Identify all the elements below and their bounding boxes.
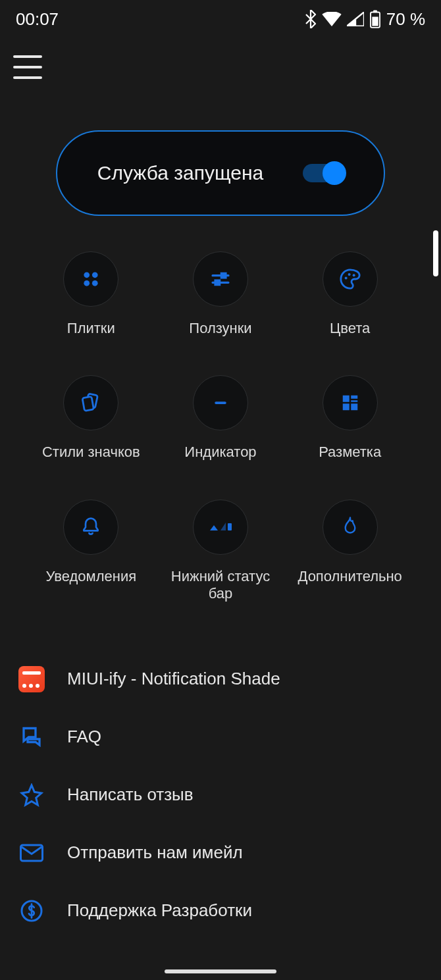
list-label: FAQ: [67, 727, 101, 747]
svg-point-11: [352, 274, 355, 276]
tile-sliders[interactable]: Ползунки: [156, 251, 286, 337]
links-list: MIUI-ify - Notification Shade FAQ Написа…: [0, 650, 441, 940]
signal-icon: [347, 12, 364, 26]
tile-label: Плитки: [67, 320, 115, 337]
menu-button[interactable]: [13, 55, 42, 79]
svg-rect-13: [82, 397, 93, 411]
status-icons: 70 %: [305, 9, 425, 30]
tile-circle: [323, 500, 378, 555]
svg-rect-7: [221, 273, 226, 278]
tile-circle: [193, 375, 248, 430]
sliders-icon: [210, 269, 231, 290]
list-item-support[interactable]: Поддержка Разработки: [0, 882, 441, 940]
tile-label: Уведомления: [46, 568, 137, 585]
settings-grid: Плитки Ползунки Цвета Стили значков Инди…: [26, 251, 415, 603]
fire-icon: [340, 516, 360, 538]
battery-percent: 70 %: [386, 9, 425, 30]
tile-circle: [63, 251, 118, 307]
svg-rect-8: [215, 280, 220, 285]
list-label: Поддержка Разработки: [67, 900, 252, 921]
tile-circle: [193, 500, 248, 555]
tile-label: Индикатор: [184, 444, 256, 461]
svg-rect-17: [351, 401, 357, 403]
tile-notifications[interactable]: Уведомления: [26, 500, 156, 603]
tile-circle: [63, 500, 118, 555]
list-label: MIUI-ify - Notification Shade: [67, 669, 280, 689]
list-item-email[interactable]: Отправить нам имейл: [0, 824, 441, 882]
svg-rect-18: [342, 404, 349, 411]
style-icon: [80, 392, 102, 414]
svg-rect-2: [372, 17, 378, 26]
bell-icon: [80, 517, 101, 538]
list-label: Отправить нам имейл: [67, 842, 243, 863]
svg-rect-1: [373, 11, 377, 13]
scroll-indicator[interactable]: [433, 230, 438, 276]
app-icon: [18, 666, 45, 692]
tile-bottom-status-bar[interactable]: Нижний статус бар: [156, 500, 286, 603]
wifi-icon: [322, 12, 342, 26]
status-bar-icon: [207, 520, 234, 534]
tile-circle: [323, 375, 378, 430]
tile-label: Ползунки: [189, 320, 251, 337]
battery-icon: [369, 10, 381, 28]
tile-icon-styles[interactable]: Стили значков: [26, 375, 156, 461]
svg-point-3: [84, 272, 90, 278]
svg-rect-16: [351, 396, 357, 399]
svg-point-5: [84, 280, 90, 286]
tile-layout[interactable]: Разметка: [285, 375, 415, 461]
grid-dots-icon: [81, 269, 101, 289]
svg-rect-20: [228, 523, 232, 530]
svg-point-6: [92, 280, 98, 286]
tile-colors[interactable]: Цвета: [285, 251, 415, 337]
svg-point-9: [344, 277, 347, 280]
svg-rect-19: [351, 404, 357, 411]
svg-point-4: [92, 272, 98, 278]
tile-label: Цвета: [330, 320, 370, 337]
list-item-review[interactable]: Написать отзыв: [0, 766, 441, 824]
service-label: Служба запущена: [97, 162, 263, 184]
dollar-icon: [18, 898, 45, 924]
tile-circle: [63, 375, 118, 430]
svg-rect-14: [215, 402, 226, 405]
tile-label: Разметка: [319, 444, 381, 461]
list-item-app[interactable]: MIUI-ify - Notification Shade: [0, 650, 441, 708]
tile-circle: [193, 251, 248, 307]
switch-knob: [323, 161, 346, 185]
svg-point-10: [348, 273, 350, 276]
tile-indicator[interactable]: Индикатор: [156, 375, 286, 461]
mail-icon: [18, 840, 45, 866]
star-icon: [18, 782, 45, 808]
palette-icon: [339, 268, 361, 290]
svg-rect-15: [342, 396, 349, 402]
bluetooth-icon: [305, 10, 317, 28]
service-switch[interactable]: [303, 164, 344, 182]
status-time: 00:07: [16, 9, 59, 30]
tile-circle: [323, 251, 378, 307]
tile-label: Дополнительно: [298, 568, 402, 585]
tile-more[interactable]: Дополнительно: [285, 500, 415, 603]
nav-handle[interactable]: [165, 969, 276, 973]
chat-icon: [18, 724, 45, 750]
service-toggle-card[interactable]: Служба запущена: [56, 130, 385, 216]
tile-label: Стили значков: [42, 444, 140, 461]
status-bar: 00:07 70 %: [0, 0, 441, 36]
tile-tiles[interactable]: Плитки: [26, 251, 156, 337]
layout-icon: [340, 393, 360, 413]
list-label: Написать отзыв: [67, 785, 194, 805]
list-item-faq[interactable]: FAQ: [0, 708, 441, 766]
tile-label: Нижний статус бар: [165, 568, 276, 603]
hamburger-icon: [13, 55, 42, 58]
minus-icon: [211, 393, 230, 413]
